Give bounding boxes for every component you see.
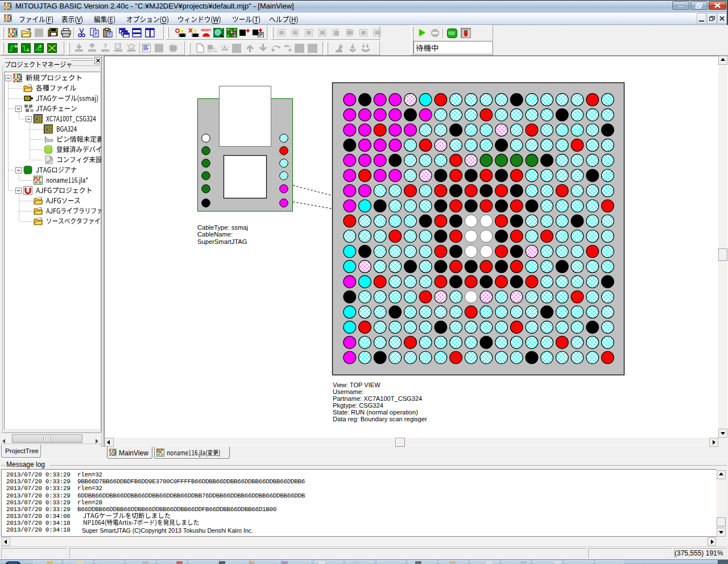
- svg-text:L: L: [27, 48, 30, 52]
- svg-text:H: H: [15, 44, 18, 48]
- svg-text:RESET: RESET: [201, 28, 212, 32]
- svg-text:BSCAN: BSCAN: [208, 49, 217, 53]
- svg-text:in: in: [38, 48, 42, 52]
- svg-text:?: ?: [104, 43, 107, 49]
